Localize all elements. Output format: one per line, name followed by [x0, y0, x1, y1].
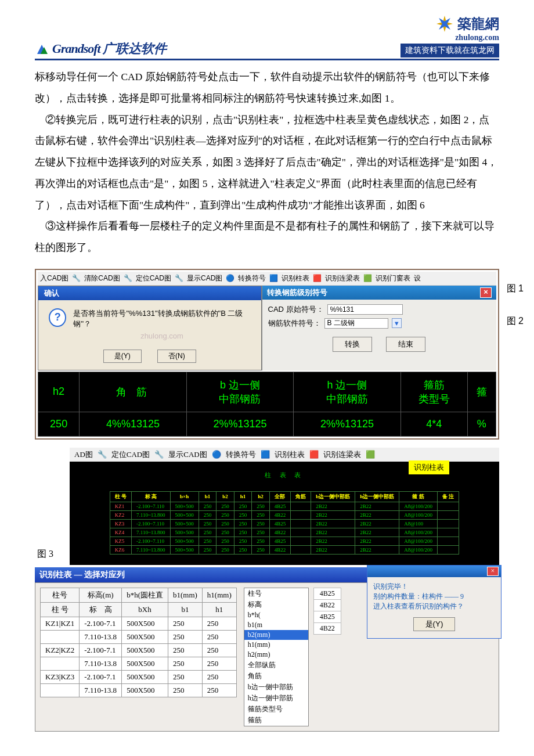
map-header[interactable]: 标高(m)	[80, 588, 122, 602]
dropdown-arrow-icon[interactable]: ▾	[392, 318, 402, 328]
confirm-title: 确认	[38, 286, 261, 300]
tiny-cell	[437, 502, 459, 510]
tiny-cell: 250	[217, 537, 234, 545]
tiny-cell	[437, 510, 459, 519]
tb2-beam[interactable]: 识别连梁表	[323, 449, 361, 460]
para-3: ③这样操作后看看每一层楼柱子的定义构件里面是不是都有柱子的属性和钢筋了，接下来就…	[35, 215, 499, 258]
map-subheader: bXh	[122, 602, 168, 617]
dropdown-option[interactable]: h2(mm)	[244, 650, 308, 660]
done-dialog: × 识别完毕！ 别的构件数量：柱构件 —— 9 进入柱表查看所识别的构件？ 是(…	[367, 565, 501, 639]
dropdown-option[interactable]: h1(mm)	[244, 640, 308, 650]
mapping-table[interactable]: 柱号标高(m)b*h(圆柱直b1(mm)h1(mm)柱 号标 高bXhb1h1K…	[40, 588, 237, 697]
dropdown-option[interactable]: b1(m	[244, 620, 308, 630]
brand-left-cn: 广联达软件	[103, 40, 167, 57]
close-icon[interactable]: ×	[480, 287, 492, 298]
tiny-cell: -2.100~7.110	[132, 519, 171, 528]
identify-tag[interactable]: 识别柱表	[409, 460, 449, 474]
done-yes-button[interactable]: 是(Y)	[413, 617, 456, 631]
dropdown-option[interactable]: 箍筋类型号	[244, 704, 308, 715]
tiny-cell: -2.100~7.110	[132, 502, 171, 510]
dropdown-option[interactable]: b2(mm)	[244, 630, 308, 640]
brand-left-script: Grandsoft	[52, 41, 100, 56]
map-cell: 500X500	[122, 670, 168, 683]
dropdown-option[interactable]: h边一侧中部筋	[244, 693, 308, 704]
tb2-locate[interactable]: 定位CAD图	[111, 449, 150, 460]
tb1-door[interactable]: 识别门窗表	[376, 273, 410, 283]
tiny-cell: 250	[234, 528, 252, 537]
map-cell: 250	[202, 657, 236, 670]
tiny-cell: 250	[234, 519, 252, 528]
map-header[interactable]: h1(mm)	[202, 588, 236, 602]
tb1-import[interactable]: 入CAD图	[40, 273, 68, 283]
dropdown-option[interactable]: b*h(	[244, 610, 308, 620]
tiny-cell: A8@100/200	[399, 528, 438, 537]
tiny-cell: KZ5	[110, 537, 131, 545]
confirm-yes-button[interactable]: 是(Y)	[103, 350, 142, 363]
dropdown-option[interactable]: 柱号	[244, 588, 308, 599]
green-header-cell: h 边一侧中部钢筋	[294, 372, 400, 412]
tiny-column-table: 柱 号标 高b×hb1b2h1h2全部角筋b边一侧中部筋h边一侧中部筋箍 筋备 …	[110, 491, 459, 555]
tiny-cell: 7.110~13.800	[132, 545, 171, 554]
tb1-show[interactable]: 显示CAD图	[187, 273, 222, 283]
figure-1-label: 图 1	[507, 283, 524, 295]
tiny-header: h1	[234, 491, 252, 502]
dropdown-option[interactable]: 角筋	[244, 671, 308, 682]
tiny-cell: 2B22	[311, 510, 355, 519]
tiny-header: b边一侧中部筋	[311, 491, 355, 502]
map-cell: KZ2|KZ2	[41, 643, 80, 657]
tiny-cell	[291, 519, 311, 528]
tiny-cell: 250	[234, 502, 252, 510]
map-cell: 250	[168, 657, 202, 670]
dropdown-option[interactable]: 全部纵筋	[244, 660, 308, 671]
tb2-show[interactable]: 显示CAD图	[168, 449, 207, 460]
tiny-cell: 2B22	[311, 519, 355, 528]
map-cell: 7.110-13.8	[80, 630, 122, 643]
conv-input-2[interactable]	[324, 318, 388, 329]
tb1-convert[interactable]: 转换符号	[238, 273, 266, 283]
tiny-cell	[437, 545, 459, 554]
tb2-ad[interactable]: AD图	[74, 449, 93, 460]
brand-right-cn: 築龍網	[457, 15, 499, 33]
tb1-locate[interactable]: 定位CAD图	[136, 273, 171, 283]
body-text: 标移动导任何一个 CAD 原始钢筋符号处点击一下，软件自动提示出软件的钢筋符号（…	[35, 66, 499, 258]
cad-green-table: h2角 筋b 边一侧中部钢筋h 边一侧中部钢筋箍筋类型号箍 2504%%1312…	[38, 372, 496, 437]
convert-button[interactable]: 转换	[333, 337, 372, 352]
tiny-cell	[437, 519, 459, 528]
tiny-cell: 250	[234, 537, 252, 545]
tiny-cell: KZ1	[110, 502, 131, 510]
dropdown-option[interactable]: 箍筋	[244, 715, 308, 726]
map-header[interactable]: 柱号	[41, 588, 80, 602]
end-button[interactable]: 结束	[386, 337, 425, 352]
tiny-cell: KZ6	[110, 545, 131, 554]
green-data-cell: 250	[38, 412, 80, 436]
toolbar-2: AD图🔧 定位CAD图🔧 显示CAD图🔵 转换符号🟦 识别柱表🟥 识别连梁表🟩	[70, 448, 499, 462]
tiny-cell	[437, 537, 459, 545]
close-icon[interactable]: ×	[487, 567, 499, 576]
tb2-col[interactable]: 识别柱表	[275, 449, 305, 460]
map-cell: 250	[168, 617, 202, 630]
tiny-cell: 4B22	[269, 510, 291, 519]
tb1-more[interactable]: 设	[414, 273, 421, 283]
dropdown-option[interactable]: 标高	[244, 599, 308, 610]
extra-cell: 4B25	[313, 611, 341, 622]
dropdown-option[interactable]: b边一侧中部筋	[244, 682, 308, 693]
map-header[interactable]: b*h(圆柱直	[122, 588, 168, 602]
tiny-cell: 2B22	[355, 519, 399, 528]
toolbar-1: 入CAD图 🔧清除CAD图 🔧定位CAD图 🔧显示CAD图 🔵转换符号 🟦识别柱…	[38, 272, 496, 286]
tb1-clear[interactable]: 清除CAD图	[84, 273, 120, 283]
column-dropdown[interactable]: 柱号标高b*h(b1(mb2(mm)h1(mm)h2(mm)全部纵筋角筋b边一侧…	[244, 588, 309, 726]
tiny-cell: 250	[234, 510, 252, 519]
tiny-cell: A8@100/200	[399, 510, 438, 519]
tiny-header: 备 注	[437, 491, 459, 502]
tiny-cell: 2B22	[311, 502, 355, 510]
confirm-no-button[interactable]: 否(N)	[157, 350, 196, 363]
tiny-header: 标 高	[132, 491, 171, 502]
tb1-beam[interactable]: 识别连梁表	[325, 273, 360, 283]
tb2-convert[interactable]: 转换符号	[226, 449, 256, 460]
tb1-col[interactable]: 识别柱表	[282, 273, 309, 283]
map-header[interactable]: b1(mm)	[168, 588, 202, 602]
tiny-cell: 2B22	[355, 502, 399, 510]
conv-label-2: 钢筋软件符号：	[268, 318, 321, 329]
tiny-cell: 7.110~13.800	[132, 528, 171, 537]
conv-input-1[interactable]	[327, 304, 403, 315]
